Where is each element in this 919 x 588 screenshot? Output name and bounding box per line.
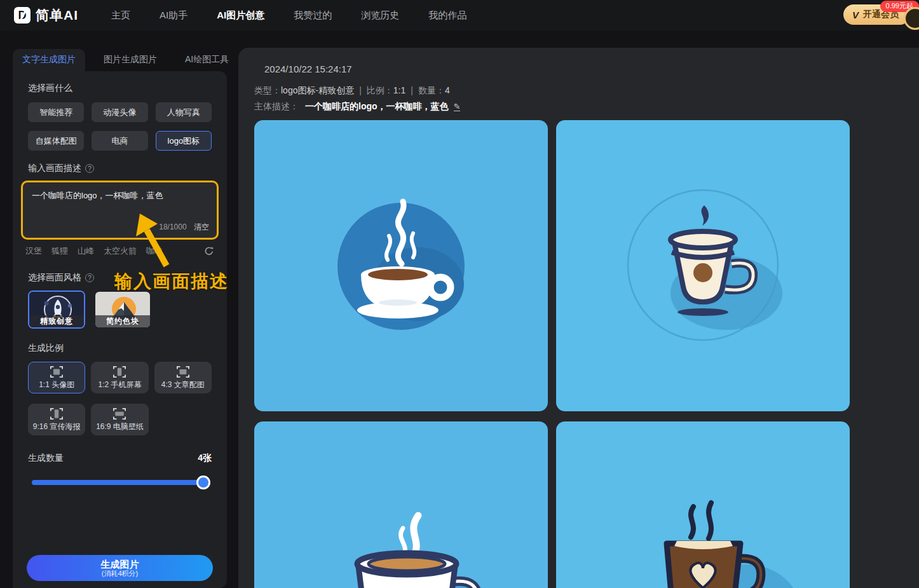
nav-item-liked[interactable]: 我赞过的 bbox=[294, 10, 332, 22]
generated-image-1[interactable] bbox=[254, 120, 548, 411]
crop-frame-icon bbox=[50, 366, 64, 378]
logo-text: 简单AI bbox=[36, 6, 78, 24]
generated-image-2[interactable] bbox=[556, 120, 850, 411]
style-simple-color-block[interactable]: 简约色块 bbox=[94, 291, 151, 329]
nav-item-history[interactable]: 浏览历史 bbox=[361, 10, 399, 22]
generated-image-3[interactable] bbox=[254, 421, 548, 588]
ratio-options: 1:1 头像图 1:2 手机屏幕 4:3 文章配图 bbox=[28, 362, 212, 435]
nav-item-ai-image-creation[interactable]: AI图片创意 bbox=[217, 10, 264, 22]
tag-rocket[interactable]: 太空火箭 bbox=[104, 245, 137, 257]
subject-description: 主体描述： 一个咖啡店的logo，一杯咖啡，蓝色 ✎ bbox=[254, 101, 919, 113]
generated-images-grid bbox=[254, 120, 919, 588]
char-counter: 18/1000 bbox=[159, 222, 186, 231]
crop-frame-icon bbox=[50, 407, 64, 420]
category-portrait[interactable]: 人物写真 bbox=[156, 102, 212, 122]
refresh-suggestions-icon[interactable] bbox=[204, 246, 214, 256]
tag-fox[interactable]: 狐狸 bbox=[51, 245, 68, 257]
type-value: logo图标-精致创意 bbox=[281, 85, 354, 95]
crop-frame-icon bbox=[112, 366, 126, 378]
prompt-section-label: 输入画面描述 ? bbox=[28, 163, 212, 174]
member-area: V 开通会员 0.99元起 bbox=[843, 4, 910, 25]
nav-item-home[interactable]: 主页 bbox=[111, 10, 130, 22]
style-help-icon[interactable]: ? bbox=[85, 273, 94, 282]
suggestion-tags: 汉堡 狐狸 山峰 太空火箭 咖啡 bbox=[25, 245, 214, 257]
tab-image-to-image[interactable]: 图片生成图片 bbox=[94, 49, 167, 71]
count-label: 生成数量 bbox=[28, 453, 64, 464]
top-navigation: D 简单AI 主页 AI助手 AI图片创意 我赞过的 浏览历史 我的作品 V 开… bbox=[0, 0, 919, 31]
crop-frame-icon bbox=[112, 407, 126, 420]
style-label-simple: 简约色块 bbox=[95, 315, 150, 327]
ratio-1-2[interactable]: 1:2 手机屏幕 bbox=[91, 362, 148, 393]
style-exquisite-creative[interactable]: 精致创意 bbox=[28, 291, 85, 329]
generate-cost-label: (消耗4积分) bbox=[102, 570, 138, 578]
nav-item-ai-assistant[interactable]: AI助手 bbox=[160, 10, 187, 22]
count-value: 4张 bbox=[198, 453, 212, 464]
generation-sidebar: 文字生成图片 图片生成图片 AI绘图工具 选择画什么 智能推荐 动漫头像 人物写… bbox=[13, 50, 227, 588]
slider-handle[interactable] bbox=[196, 475, 210, 489]
partial-avatar-button[interactable] bbox=[904, 7, 919, 30]
category-ecommerce[interactable]: 电商 bbox=[92, 131, 147, 151]
vip-icon: V bbox=[852, 10, 859, 20]
generate-label: 生成图片 bbox=[101, 559, 139, 570]
tag-mountain[interactable]: 山峰 bbox=[78, 245, 94, 257]
tag-burger[interactable]: 汉堡 bbox=[25, 245, 42, 257]
generated-image-4[interactable] bbox=[556, 421, 850, 588]
crop-frame-icon bbox=[176, 366, 190, 378]
nav-menu: 主页 AI助手 AI图片创意 我赞过的 浏览历史 我的作品 bbox=[111, 10, 466, 22]
ratio-section-label: 生成比例 bbox=[28, 343, 212, 354]
generate-button[interactable]: 生成图片 (消耗4积分) bbox=[27, 555, 213, 581]
generation-timestamp: 2024/10/22 15:24:17 bbox=[264, 64, 919, 74]
type-label: 类型： bbox=[254, 85, 281, 95]
style-label-exquisite: 精致创意 bbox=[29, 315, 84, 327]
quantity-value: 4 bbox=[445, 85, 450, 95]
ratio-9-16[interactable]: 9:16 宣传海报 bbox=[28, 404, 85, 435]
prompt-footer: 18/1000 清空 bbox=[159, 222, 209, 233]
clear-button[interactable]: 清空 bbox=[194, 222, 209, 231]
separator: | bbox=[359, 85, 362, 95]
quantity-label: 数量： bbox=[418, 85, 445, 95]
sidebar-tabs: 文字生成图片 图片生成图片 AI绘图工具 bbox=[13, 50, 227, 71]
generation-meta: 类型：logo图标-精致创意|比例：1:1|数量：4 bbox=[254, 85, 919, 97]
ratio-16-9[interactable]: 16:9 电脑壁纸 bbox=[91, 404, 148, 435]
category-logo-icon[interactable]: logo图标 bbox=[156, 131, 212, 151]
count-slider[interactable] bbox=[32, 475, 208, 489]
category-options: 智能推荐 动漫头像 人物写真 自媒体配图 电商 logo图标 bbox=[28, 102, 212, 151]
nav-item-my-works[interactable]: 我的作品 bbox=[428, 10, 466, 22]
results-panel: 2024/10/22 15:24:17 类型：logo图标-精致创意|比例：1:… bbox=[238, 48, 919, 588]
style-options: 精致创意 简约色块 bbox=[28, 291, 212, 329]
description-label: 主体描述： bbox=[254, 101, 299, 113]
count-section: 生成数量 4张 bbox=[28, 453, 212, 464]
edit-icon[interactable]: ✎ bbox=[454, 103, 461, 111]
prompt-value: 一个咖啡店的logo，一杯咖啡，蓝色 bbox=[32, 190, 208, 202]
category-smart-recommend[interactable]: 智能推荐 bbox=[28, 102, 84, 122]
tab-text-to-image[interactable]: 文字生成图片 bbox=[13, 49, 85, 71]
category-anime-avatar[interactable]: 动漫头像 bbox=[92, 102, 147, 122]
tag-coffee[interactable]: 咖啡 bbox=[146, 245, 163, 257]
ratio-1-1[interactable]: 1:1 头像图 bbox=[28, 362, 85, 393]
slider-track[interactable] bbox=[32, 480, 208, 485]
tab-ai-drawing-tools[interactable]: AI绘图工具 bbox=[175, 49, 238, 71]
ratio-4-3[interactable]: 4:3 文章配图 bbox=[154, 362, 212, 393]
category-section-label: 选择画什么 bbox=[28, 83, 212, 94]
prompt-input[interactable]: 一个咖啡店的logo，一杯咖啡，蓝色 18/1000 清空 bbox=[21, 181, 219, 240]
prompt-help-icon[interactable]: ? bbox=[85, 164, 94, 173]
app-logo[interactable]: D 简单AI bbox=[14, 6, 78, 24]
description-value: 一个咖啡店的logo，一杯咖啡，蓝色 bbox=[305, 101, 449, 113]
ratio-value: 1:1 bbox=[393, 85, 405, 95]
sidebar-panel: 选择画什么 智能推荐 动漫头像 人物写真 自媒体配图 电商 logo图标 输入画… bbox=[13, 71, 227, 588]
ratio-label: 比例： bbox=[367, 85, 393, 95]
category-social-media[interactable]: 自媒体配图 bbox=[28, 131, 84, 151]
style-section-label: 选择画面风格 ? bbox=[28, 272, 212, 284]
logo-icon: D bbox=[14, 7, 31, 24]
separator: | bbox=[411, 85, 413, 95]
